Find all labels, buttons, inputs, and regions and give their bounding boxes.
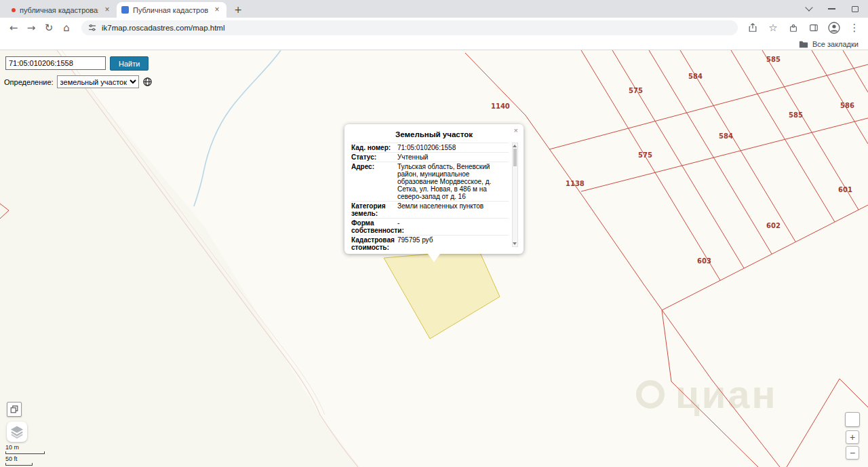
parcel-label: 602	[766, 222, 781, 229]
tab-bar: публичная кадастровая ка × Публичная кад…	[0, 0, 868, 18]
tab-cadastral-2[interactable]: Публичная кадастровая ка ×	[117, 2, 226, 18]
parcel-label: 586	[840, 102, 854, 109]
close-icon[interactable]: ×	[102, 5, 112, 15]
parcel-label: 585	[766, 56, 781, 63]
layers-button[interactable]	[7, 422, 27, 442]
parcel-label: 603	[697, 257, 711, 265]
address-bar[interactable]: ik7map.roscadastres.com/map.html	[81, 20, 738, 35]
tab-title: публичная кадастровая ка	[20, 6, 98, 14]
parcel-label: 575	[638, 151, 652, 159]
bookmark-star-icon[interactable]: ☆	[765, 20, 781, 36]
terrain-tint	[0, 50, 359, 467]
definition-label: Определение:	[4, 78, 54, 86]
parcel-info-popup: × Земельный участок Кад. номер:71:05:010…	[344, 124, 524, 254]
site-info-icon[interactable]	[88, 24, 96, 32]
share-icon[interactable]	[745, 20, 761, 36]
search-input[interactable]	[5, 56, 106, 70]
side-panel-icon[interactable]	[806, 20, 822, 36]
info-row: Статус:Учтенный	[351, 153, 509, 162]
extent-tool-button[interactable]	[7, 402, 22, 417]
stream-line	[194, 50, 281, 206]
tab-title: Публичная кадастровая ка	[133, 6, 208, 14]
all-bookmarks-label[interactable]: Все закладки	[812, 40, 859, 48]
scrollbar-thumb[interactable]	[513, 149, 517, 166]
url-text: ik7map.roscadastres.com/map.html	[102, 24, 225, 32]
back-button[interactable]: ←	[5, 20, 22, 36]
map-canvas[interactable]: циан 1140 575	[0, 50, 868, 467]
tab-search-chevron-icon[interactable]	[806, 7, 812, 10]
new-tab-button[interactable]: +	[231, 2, 245, 17]
parcel-label: 584	[719, 132, 733, 140]
tab-cadastral-1[interactable]: публичная кадастровая ка ×	[7, 2, 117, 18]
zoom-in-button[interactable]: +	[846, 430, 859, 444]
selected-parcel[interactable]	[384, 250, 500, 339]
parcel-label: 584	[688, 73, 703, 80]
menu-kebab-icon[interactable]: ⋮	[846, 20, 863, 36]
profile-avatar[interactable]	[826, 20, 842, 36]
site-favicon-icon	[12, 8, 16, 12]
scroll-up-icon[interactable]	[513, 145, 517, 147]
search-button[interactable]: Найти	[110, 56, 149, 71]
close-icon[interactable]: ×	[212, 5, 222, 15]
parcel-label: 575	[629, 87, 643, 94]
home-button[interactable]: ⌂	[58, 20, 75, 36]
parcel-label: 1140	[491, 102, 510, 110]
popup-title: Земельный участок	[344, 124, 524, 143]
bookmarks-bar: Все закладки	[0, 38, 868, 50]
info-row: Категория земель:Земли населенных пункто…	[351, 202, 509, 219]
parcel-label: 585	[789, 111, 803, 119]
close-icon[interactable]: ×	[514, 126, 518, 134]
reload-button[interactable]: ↻	[41, 20, 57, 36]
site-favicon-icon	[121, 6, 129, 14]
info-row: Адрес:Тульская область, Веневский район,…	[351, 162, 509, 202]
scale-metric-label: 10 m	[5, 444, 45, 451]
info-row: Кад. номер:71:05:010206:1558	[351, 143, 509, 153]
parcel-label: 1138	[566, 180, 585, 187]
parcel-label: 601	[838, 186, 852, 193]
layers-icon	[9, 425, 24, 438]
scale-imperial-label: 50 ft	[5, 455, 45, 462]
maximize-icon[interactable]	[852, 6, 859, 12]
popup-pointer	[428, 254, 440, 262]
scale-metric-bar	[5, 451, 45, 454]
minimize-icon[interactable]	[828, 8, 835, 10]
scale-imperial-bar	[5, 463, 33, 466]
zoom-out-button[interactable]: −	[846, 446, 859, 460]
fullscreen-button[interactable]	[845, 412, 860, 427]
forward-button[interactable]: →	[23, 20, 39, 36]
popup-scrollbar[interactable]	[512, 143, 518, 247]
info-row: Кадастровая стоимость:795795 руб	[351, 236, 509, 250]
definition-select[interactable]: земельный участок	[57, 75, 139, 88]
info-row: Форма собственности:-	[351, 219, 509, 236]
scale-bar: 10 m 50 ft	[5, 444, 45, 467]
scroll-down-icon[interactable]	[513, 242, 517, 245]
globe-icon[interactable]	[142, 77, 153, 87]
extensions-puzzle-icon[interactable]	[785, 20, 802, 36]
folder-icon	[799, 40, 808, 48]
browser-toolbar: ← → ↻ ⌂ ik7map.roscadastres.com/map.html…	[0, 18, 868, 38]
